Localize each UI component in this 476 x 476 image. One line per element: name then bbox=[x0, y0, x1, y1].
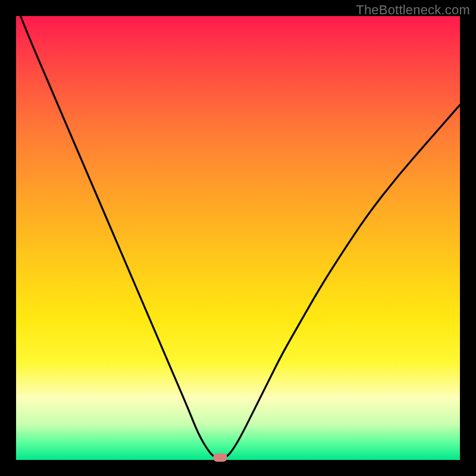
min-marker bbox=[213, 453, 227, 462]
curve-svg bbox=[16, 16, 460, 460]
bottleneck-curve bbox=[21, 16, 461, 459]
chart-frame: TheBottleneck.com bbox=[0, 0, 476, 476]
plot-area bbox=[16, 16, 460, 460]
